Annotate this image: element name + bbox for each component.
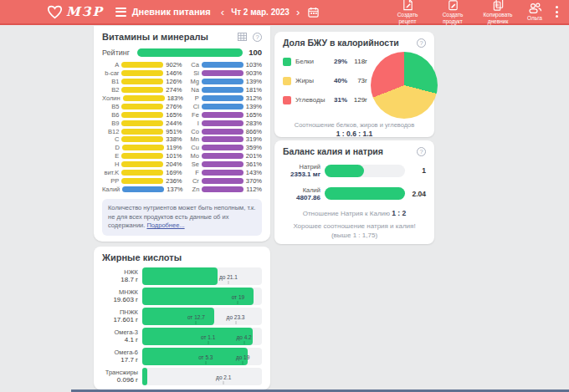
fatty-acid-row: Омега-617.7 гот 5.3до 19	[102, 348, 262, 365]
prev-day-chevron-icon[interactable]: ‹	[219, 7, 226, 18]
legend-grams: 118г	[347, 58, 367, 65]
range-marker-label: от 5.3	[198, 354, 213, 359]
balance-ratio-line: Отношение Натрия к Калию 1 : 2	[283, 209, 426, 217]
range-marker-label: до 21.1	[219, 273, 238, 279]
nutrient-percent: 361%	[243, 160, 262, 168]
create-product-button[interactable]: Создать продукт	[431, 0, 474, 25]
range-marker-tick	[196, 321, 197, 324]
balance-ratio-label: Отношение Натрия к Калию	[303, 210, 390, 217]
create-product-icon	[447, 0, 459, 11]
legend-row: Жиры40%73г	[283, 76, 367, 86]
balance-panel-title: Баланс калия и натрия	[283, 146, 383, 156]
nutrient-row: B5276%	[102, 102, 182, 110]
current-date[interactable]: Чт 2 мар. 2023	[231, 8, 290, 17]
nutrient-bar	[202, 70, 243, 76]
nutrient-name: A	[102, 61, 121, 69]
user-name: Ольга	[527, 15, 542, 22]
fatty-acid-row: ПНЖК17.601 гот 12.7до 23.3	[102, 308, 262, 325]
nutrient-name: Cr	[182, 177, 202, 185]
logo-text: МЗР	[66, 4, 104, 19]
vitamins-minerals-panel: Витамины и минералы ? Рейтинг 100 A902%b…	[94, 26, 270, 242]
fatty-bar-track: от 1.1до 4.2	[142, 328, 262, 345]
legend-color-swatch	[283, 96, 291, 104]
nutrient-name: PP	[102, 177, 121, 185]
nutrient-percent: 370%	[243, 177, 262, 185]
bju-panel: Доля БЖУ в калорийности ? Белки29%118гЖи…	[274, 32, 434, 137]
app-logo[interactable]: МЗР	[47, 4, 104, 19]
bju-pie-chart	[371, 52, 438, 119]
nutrient-row: PP236%	[102, 176, 182, 185]
more-details-link[interactable]: Подробнее...	[146, 221, 184, 229]
balance-note: Хорошее соотношение натрия и калия! (выш…	[283, 221, 426, 240]
nutrient-percent: 903%	[243, 69, 262, 77]
fatty-bar-track: до 21.1	[142, 267, 262, 285]
nutrient-row: F143%	[182, 169, 263, 177]
mineral-name: Калий	[283, 186, 320, 194]
create-recipe-button[interactable]: Создать рецепт	[386, 0, 429, 25]
copy-diary-button[interactable]: Копировать дневник	[476, 0, 520, 25]
nutrient-percent: 902%	[163, 61, 182, 69]
nutrient-bar	[202, 153, 243, 159]
nutrient-percent: 146%	[163, 69, 182, 77]
next-day-chevron-icon[interactable]: ›	[295, 7, 301, 18]
nutrient-percent: 103%	[243, 61, 262, 69]
action-label: Создать продукт	[443, 12, 464, 25]
menu-icon[interactable]	[115, 8, 126, 17]
fatty-bar-track: до 2.1	[142, 368, 262, 385]
nutrients-note: Количество нутриентов может быть неполны…	[102, 199, 262, 236]
nutrient-row: Co866%	[182, 127, 263, 135]
balance-row: Калий4807.862.04	[283, 186, 426, 202]
nutrient-bar	[123, 95, 165, 101]
nutrient-bar	[121, 104, 163, 109]
fatty-bar-track: от 12.7до 23.3	[142, 308, 262, 325]
nutrient-name: b-car	[102, 69, 121, 77]
nutrient-percent: 201%	[243, 152, 262, 160]
app-screen: МЗР Дневник питания ‹ Чт 2 мар. 2023 › С…	[0, 0, 569, 392]
range-marker-label: до 23.3	[227, 313, 245, 319]
help-icon[interactable]: ?	[417, 147, 426, 156]
nutrient-name: B5	[102, 103, 121, 110]
nutrient-name: E	[102, 152, 121, 160]
fatty-bar-track: от 5.3до 19	[142, 348, 262, 365]
nutrient-bar	[122, 186, 164, 192]
nutrient-bar	[202, 104, 243, 109]
legend-percent: 40%	[331, 77, 347, 84]
nutrient-bar	[121, 112, 163, 118]
help-icon[interactable]: ?	[253, 33, 262, 42]
nutrient-row: Cu359%	[182, 144, 263, 152]
nutrient-row: Mo201%	[182, 152, 263, 160]
nutrient-percent: 139%	[243, 78, 262, 85]
fatty-value: 18.7 г	[102, 276, 138, 284]
table-view-icon[interactable]	[238, 33, 247, 41]
legend-row: Углеводы31%129г	[283, 95, 367, 105]
more-menu-icon[interactable]	[550, 4, 564, 19]
nutrient-name: C	[102, 135, 121, 143]
nutrient-bar	[202, 129, 243, 135]
nutrient-row: Cl139%	[182, 102, 263, 110]
nutrient-name: D	[102, 144, 122, 151]
nutrient-percent: 181%	[243, 86, 262, 94]
user-menu[interactable]: Ольга	[520, 2, 550, 22]
nutrient-name: B1	[102, 78, 121, 85]
help-icon[interactable]: ?	[417, 38, 426, 48]
nutrient-row: D119%	[102, 144, 182, 152]
nutrient-bar	[202, 112, 243, 118]
nutrient-row: B12951%	[102, 127, 182, 135]
nutrient-bar	[202, 95, 243, 101]
rating-label: Рейтинг	[102, 48, 136, 57]
nutrient-percent: 143%	[243, 169, 262, 176]
fatty-value: 17.7 г	[102, 356, 138, 364]
nutrient-percent: 338%	[163, 135, 182, 143]
range-marker-label: до 2.1	[216, 374, 231, 379]
nutrient-row: Холин183%	[102, 94, 182, 103]
calendar-icon[interactable]	[308, 7, 319, 18]
fatty-name: Трансжиры	[102, 369, 138, 376]
fatty-value: 17.601 г	[102, 316, 138, 324]
rating-value: 100	[249, 48, 262, 57]
balance-panel: Баланс калия и натрия ? Натрий2353.1 мг1…	[274, 140, 434, 244]
nutrient-percent: 359%	[243, 144, 262, 151]
nutrient-bar	[202, 186, 243, 192]
mineral-name: Натрий	[283, 163, 320, 171]
nutrient-name: I	[182, 120, 202, 127]
page-title[interactable]: Дневник питания	[132, 7, 211, 17]
